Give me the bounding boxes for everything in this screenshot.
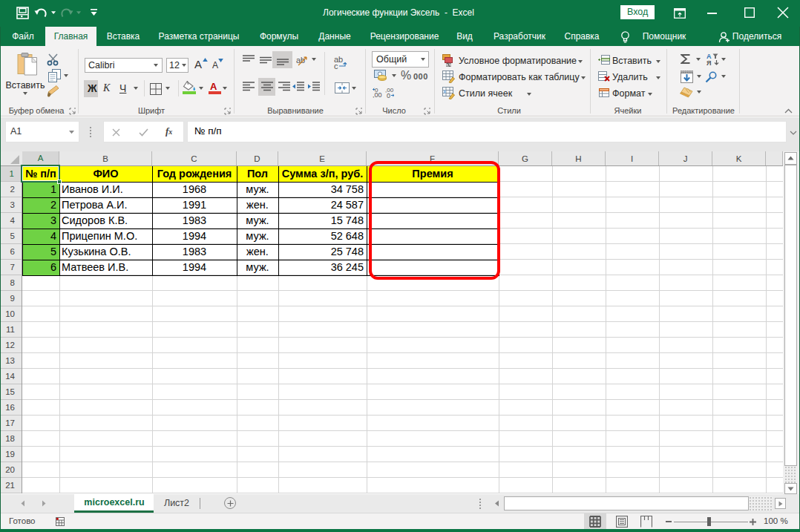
svg-text:c: c bbox=[334, 62, 338, 69]
svg-text:0: 0 bbox=[387, 92, 390, 99]
svg-text:0: 0 bbox=[375, 88, 378, 93]
svg-text:Я: Я bbox=[706, 59, 711, 65]
